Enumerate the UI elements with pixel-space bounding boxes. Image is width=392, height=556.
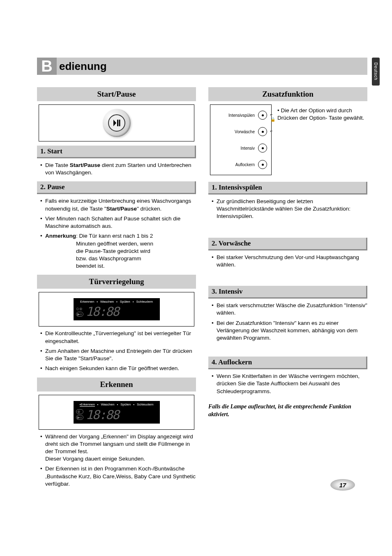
display-label: Schleudern: [136, 300, 153, 303]
start-bullets: Die Taste Start/Pause dient zum Starten …: [37, 162, 196, 176]
intensivsp-bullets: Zur gründlichen Beseitigung der letzten …: [208, 198, 367, 220]
svg-rect-2: [119, 120, 120, 126]
display-label: Waschen: [100, 300, 114, 303]
subheader-vorwaesche: 2. Vorwäsche: [208, 238, 367, 250]
start-pause-illustration: [39, 104, 194, 141]
bullet-text: Falls eine kurzzeitige Unterbrechung ein…: [40, 197, 196, 212]
bullet-text: Der Erkennen ist in den Programmen Koch-…: [40, 465, 196, 488]
bullet-text: Zum Anhalten der Maschine und Entriegeln…: [40, 348, 196, 362]
bullet-text: Wenn Sie Knitterfalten in der Wäsche ver…: [212, 373, 367, 395]
display-label: Spülen: [120, 300, 130, 303]
option-intensiv: Intensiv: [214, 144, 267, 153]
right-column: Zusatzfunktion Intensivspülen ⌐ 🔒 Vorwäs…: [208, 87, 367, 493]
activation-note: Falls die Lampe aufleuchtet, ist die ent…: [208, 403, 367, 419]
title-initial: B: [37, 58, 57, 75]
bullet-text: Bei stark verschmutzter Wäsche die Zusat…: [212, 302, 367, 317]
intensiv-bullets: Bei stark verschmutzter Wäsche die Zusat…: [208, 302, 367, 342]
erkennen-bullets: Während der Vorgang „Erkennen" im Displa…: [37, 433, 196, 488]
bullet-text: Die Taste Start/Pause dient zum Starten …: [40, 162, 196, 176]
subheader-auflockern: 4. Auflockern: [208, 357, 367, 369]
option-intensivspuelen: Intensivspülen ⌐ 🔒: [214, 111, 267, 120]
bullet-text: Zur gründlichen Beseitigung der letzten …: [212, 198, 367, 220]
option-panel-illustration: Intensivspülen ⌐ 🔒 Vorwäsche ⌐ Intensiv: [210, 104, 272, 175]
seven-segment-display: 18:88: [86, 304, 119, 319]
door-lock-display-illustration: Erkennen• Waschen• Spülen• Schleudern ⊙⊕…: [39, 292, 194, 327]
start-pause-button-graphic: [103, 109, 131, 137]
erkennen-display-illustration: •Erkennen• Waschen• Spülen• Schleudern ⊕…: [39, 395, 194, 430]
display-status-icons: ⊙⊕▶ıı: [76, 307, 83, 317]
display-status-icons: ⊕ ▶ıı: [76, 409, 83, 420]
option-auflockern: Auflockern: [214, 160, 267, 169]
title-rest: edienung: [57, 58, 367, 75]
header-start-pause: Start/Pause: [37, 87, 196, 101]
pause-bullets: Falls eine kurzzeitige Unterbrechung ein…: [37, 197, 196, 270]
subheader-pause: 2. Pause: [37, 181, 196, 194]
svg-rect-1: [117, 120, 118, 126]
language-tab: Deutsch: [372, 58, 380, 86]
vorwaesche-bullets: Bei starker Verschmutzung den Vor-und Ha…: [208, 254, 367, 269]
option-vorwaesche: Vorwäsche ⌐: [214, 127, 267, 136]
auflockern-bullets: Wenn Sie Knitterfalten in der Wäsche ver…: [208, 373, 367, 395]
bullet-text: Bei der Zusatzfunktion "Intensiv" kann e…: [212, 320, 367, 342]
tuer-bullets: Die Kontrollleuchte „Türverriegelung" is…: [37, 330, 196, 372]
bullet-text: Anmerkung: Die Tür kann erst nach 1 bis …: [40, 232, 196, 270]
seven-segment-display: 18:88: [86, 408, 119, 422]
svg-marker-0: [113, 120, 116, 126]
page-title-bar: B edienung: [37, 58, 367, 75]
bullet-text: Nach einigen Sekunden kann die Tür geöff…: [40, 365, 196, 372]
bullet-text: Die Kontrollleuchte „Türverriegelung" is…: [40, 330, 196, 345]
left-column: Start/Pause 1. Start Die Taste Start/Pau…: [37, 87, 196, 493]
lock-icon: 🔒: [270, 117, 275, 122]
page-number: 17: [330, 479, 355, 491]
bullet-text: Vier Minuten nach Schalten auf Pause sch…: [40, 215, 196, 230]
header-erkennen: Erkennen: [37, 378, 196, 392]
subheader-intensivspuelen: 1. Intensivspülen: [208, 182, 367, 195]
zusatz-description: Die Art der Option wird durch Drücken de…: [277, 104, 367, 122]
subheader-intensiv: 3. Intensiv: [208, 286, 367, 299]
header-tuerverriegelung: Türverriegelung: [37, 275, 196, 289]
header-zusatzfunktion: Zusatzfunktion: [208, 87, 367, 101]
subheader-start: 1. Start: [37, 146, 196, 158]
display-label: Erkennen: [80, 300, 94, 303]
play-pause-icon: [113, 119, 121, 127]
bullet-text: Bei starker Verschmutzung den Vor-und Ha…: [212, 254, 367, 269]
bullet-text: Während der Vorgang „Erkennen" im Displa…: [40, 433, 196, 463]
